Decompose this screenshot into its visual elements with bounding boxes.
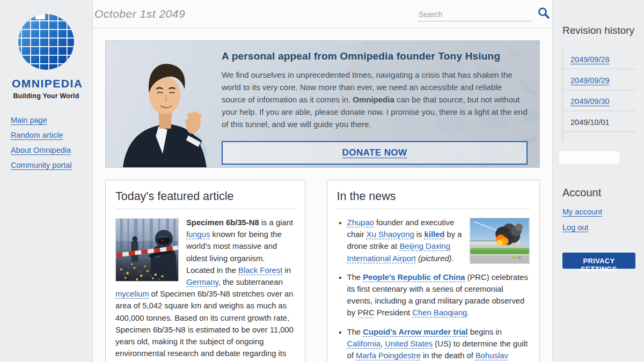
appeal-title: A personal appeal from Omnipedia founder… (222, 50, 528, 62)
my-account-link[interactable]: My account (562, 208, 636, 216)
heading-divider (337, 209, 530, 209)
airport-explosion-photo[interactable] (470, 218, 530, 264)
right-sidebar: Revision history 2049/09/28 2049/09/29 2… (553, 0, 644, 362)
appeal-body: We find ourselves in unprecedented times… (222, 69, 528, 131)
privacy-settings-button[interactable]: PRIVACY SETTINGS (562, 253, 635, 269)
heading-divider (115, 209, 295, 209)
inline-link[interactable]: Cupoid’s Arrow murder trial (363, 328, 467, 336)
revision-current-label: 2049/10/01 (570, 118, 610, 127)
featured-article-body: Specimen 6b/35-N8 is a giant fungus know… (115, 217, 295, 362)
inline-link[interactable]: Black Forest (238, 266, 282, 275)
forest-investigation-photo[interactable] (115, 218, 179, 282)
hidden-revision-placeholder (559, 151, 619, 164)
appeal-text-block: A personal appeal from Omnipedia founder… (222, 41, 539, 167)
search-box (418, 6, 550, 21)
featured-article-card: Today's featured article (105, 180, 305, 362)
main-content: October 1st 2049 (92, 0, 553, 362)
featured-heading: Today's featured article (115, 190, 295, 203)
content-cards-row: Today's featured article (105, 180, 540, 362)
sidebar-item-random-article[interactable]: Random article (11, 131, 92, 139)
brand-name: OMNIPEDIA (12, 77, 80, 90)
revision-link[interactable]: 2049/09/30 (570, 97, 610, 106)
news-heading: In the news (337, 190, 530, 203)
left-sidebar: OMNIPEDIA Building Your World Main page … (0, 0, 92, 362)
inline-link[interactable]: Xu Shaoyong (367, 230, 414, 239)
inline-link[interactable]: People’s Republic of China (363, 273, 465, 282)
inline-link[interactable]: Zhupao (347, 218, 374, 227)
sidebar-item-community-portal[interactable]: Community portal (11, 161, 92, 169)
sidebar-item-main-page[interactable]: Main page (11, 116, 92, 124)
revision-item: 2049/09/29 (563, 69, 636, 90)
revision-item: 2049/09/28 (563, 48, 636, 69)
revision-list: 2049/09/28 2049/09/29 2049/09/30 2049/10… (562, 48, 636, 141)
in-the-news-card: In the news (327, 180, 540, 362)
inline-link[interactable]: killed (425, 230, 445, 239)
appeal-banner: A personal appeal from Omnipedia founder… (105, 40, 540, 168)
inline-link[interactable]: California (347, 339, 381, 348)
sidebar-item-about-omnipedia[interactable]: About Omnipedia (11, 146, 92, 154)
revision-link[interactable]: 2049/09/28 (570, 55, 610, 64)
search-icon[interactable] (537, 6, 550, 21)
account-links: My account Log out (562, 208, 636, 232)
revision-item-current: 2049/10/01 (563, 111, 636, 132)
news-item: The People’s Republic of China (PRC) cel… (347, 271, 530, 319)
mosaic-globe-icon (12, 64, 80, 73)
brand-tagline: Building Your World (12, 92, 80, 100)
omnipedia-logo[interactable]: OMNIPEDIA Building Your World (12, 12, 80, 100)
inline-link[interactable]: mycelium (115, 290, 149, 298)
revision-item: 2049/09/30 (563, 90, 636, 111)
account-heading: Account (562, 187, 636, 199)
sidebar-nav: Main page Random article About Omnipedia… (11, 116, 92, 169)
revision-link[interactable]: 2049/09/29 (570, 76, 610, 85)
current-date: October 1st 2049 (94, 8, 185, 20)
revision-history-heading: Revision history (562, 25, 636, 36)
inline-link[interactable]: Germany (186, 278, 218, 286)
inline-link[interactable]: fungus (186, 230, 210, 239)
log-out-link[interactable]: Log out (562, 223, 636, 232)
inline-link[interactable]: United States (385, 339, 433, 348)
news-item: The Cupoid’s Arrow murder trial begins i… (347, 326, 530, 362)
top-bar: October 1st 2049 (93, 0, 552, 28)
inline-link[interactable]: Chen Baoqiang (412, 308, 467, 317)
donate-now-link[interactable]: DONATE NOW (342, 147, 407, 158)
tony-hsiung-portrait (106, 41, 222, 167)
inline-link[interactable]: Marfa Poingdestre (356, 351, 421, 360)
search-input[interactable] (418, 9, 532, 21)
donate-box[interactable]: DONATE NOW (222, 141, 528, 165)
